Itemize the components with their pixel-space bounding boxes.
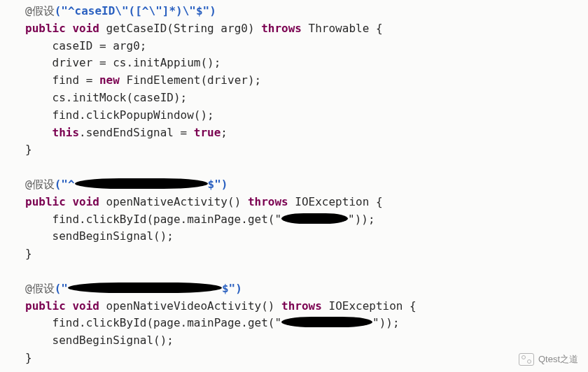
watermark: Qtest之道 xyxy=(519,352,578,366)
redacted-text xyxy=(281,213,348,224)
redacted-text xyxy=(68,282,222,293)
annotation-2: @假设("^$") xyxy=(25,178,227,191)
wechat-icon xyxy=(519,353,534,366)
annotation-3: @假设("$") xyxy=(25,282,242,295)
annotation-1: @假设("^caseID\"([^\"]*)\"$") xyxy=(25,4,216,17)
code-block: @假设("^caseID\"([^\"]*)\"$") public void … xyxy=(0,0,588,367)
redacted-text xyxy=(75,178,208,189)
redacted-text xyxy=(281,317,372,327)
watermark-text: Qtest之道 xyxy=(538,352,578,366)
